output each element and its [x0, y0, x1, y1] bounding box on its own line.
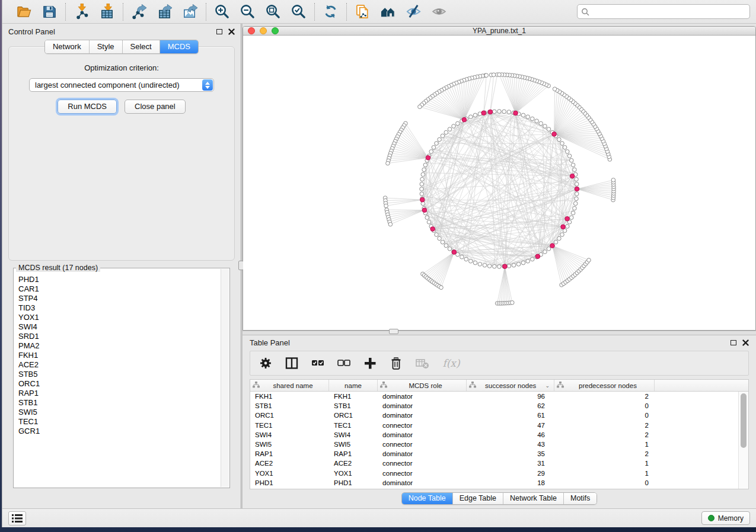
- open-file-icon[interactable]: [15, 3, 33, 20]
- satellite-node[interactable]: [384, 204, 388, 208]
- tab-network-table[interactable]: Network Table: [503, 493, 564, 504]
- tab-motifs[interactable]: Motifs: [564, 493, 596, 504]
- mcds-result-item[interactable]: SRD1: [14, 332, 221, 341]
- mcds-list-scrollbar[interactable]: [221, 269, 229, 487]
- settings-icon[interactable]: [259, 356, 273, 370]
- mcds-node[interactable]: [535, 254, 540, 259]
- ring-node[interactable]: [560, 142, 564, 146]
- satellite-node[interactable]: [418, 105, 422, 109]
- table-row[interactable]: PHD1PHD1dominator180: [250, 478, 738, 488]
- ring-node[interactable]: [571, 163, 575, 167]
- ring-node[interactable]: [531, 117, 535, 121]
- float-panel-icon[interactable]: [216, 29, 222, 34]
- ring-node[interactable]: [427, 220, 431, 225]
- close-panel-button[interactable]: Close panel: [125, 100, 186, 114]
- export-table-icon[interactable]: [156, 3, 173, 20]
- ring-node[interactable]: [570, 159, 574, 163]
- mcds-result-item[interactable]: ORC1: [14, 379, 221, 389]
- table-row[interactable]: FKH1FKH1dominator962: [250, 392, 738, 401]
- zoom-selected-icon[interactable]: [290, 3, 307, 20]
- table-row[interactable]: SWI5SWI5connector431: [250, 440, 738, 449]
- ring-node[interactable]: [526, 259, 530, 264]
- table-row[interactable]: ORC1ORC1dominator610: [250, 411, 738, 420]
- save-icon[interactable]: [41, 3, 58, 20]
- export-image-icon[interactable]: [181, 3, 199, 20]
- mcds-result-item[interactable]: STB5: [14, 370, 221, 379]
- table-scrollbar-thumb[interactable]: [741, 393, 747, 448]
- mcds-node[interactable]: [570, 174, 575, 179]
- ring-node[interactable]: [487, 264, 492, 268]
- ring-node[interactable]: [563, 146, 567, 150]
- ring-node[interactable]: [438, 137, 442, 142]
- column-header-successor-nodes[interactable]: successor nodes⌄: [467, 380, 554, 391]
- ring-node[interactable]: [543, 124, 547, 129]
- ring-node[interactable]: [497, 265, 502, 269]
- satellite-node[interactable]: [439, 286, 444, 290]
- ring-node[interactable]: [521, 261, 525, 265]
- ring-node[interactable]: [422, 168, 426, 172]
- hide-selected-icon[interactable]: [405, 3, 422, 20]
- column-header-shared-name[interactable]: shared name: [250, 380, 329, 391]
- ring-node[interactable]: [566, 225, 570, 229]
- mcds-result-item[interactable]: SWI4: [14, 322, 221, 332]
- show-all-icon[interactable]: [430, 3, 448, 20]
- horizontal-splitter[interactable]: [243, 331, 756, 335]
- mcds-result-item[interactable]: SWI5: [14, 408, 221, 417]
- tab-style[interactable]: Style: [90, 40, 123, 53]
- search-input[interactable]: [592, 8, 746, 16]
- ring-node[interactable]: [473, 261, 477, 265]
- mcds-node[interactable]: [503, 264, 508, 269]
- ring-node[interactable]: [420, 182, 424, 187]
- column-header-name[interactable]: name: [329, 380, 378, 391]
- network-window-titlebar[interactable]: YPA_prune.txt_1: [243, 27, 755, 36]
- mcds-node[interactable]: [420, 197, 425, 202]
- delete-row-icon[interactable]: [389, 356, 403, 370]
- ring-node[interactable]: [441, 134, 445, 138]
- table-row[interactable]: SWI4SWI4dominator462: [250, 430, 738, 440]
- satellite-node[interactable]: [553, 87, 557, 91]
- ring-node[interactable]: [435, 233, 439, 237]
- ring-node[interactable]: [573, 206, 577, 210]
- ring-node[interactable]: [516, 262, 521, 267]
- ring-node[interactable]: [557, 137, 562, 142]
- ring-node[interactable]: [429, 150, 433, 154]
- mcds-node[interactable]: [552, 132, 557, 137]
- refresh-icon[interactable]: [322, 3, 339, 20]
- satellite-node[interactable]: [587, 258, 591, 262]
- ring-node[interactable]: [456, 121, 460, 126]
- ring-node[interactable]: [420, 177, 425, 181]
- mcds-node[interactable]: [513, 111, 518, 116]
- mcds-node[interactable]: [481, 111, 486, 116]
- column-header-MCDS-role[interactable]: MCDS role: [378, 380, 467, 391]
- ring-node[interactable]: [460, 255, 464, 259]
- vertical-splitter[interactable]: [241, 24, 243, 508]
- mcds-result-list[interactable]: PHD1CAR1STP4TID3YOX1SWI4SRD1PMA2FKH1ACE2…: [14, 269, 221, 487]
- ring-node[interactable]: [573, 201, 578, 206]
- mcds-node[interactable]: [550, 243, 555, 248]
- ring-node[interactable]: [502, 110, 506, 114]
- ring-node[interactable]: [473, 113, 477, 117]
- network-canvas[interactable]: [243, 36, 755, 330]
- satellite-node[interactable]: [511, 301, 515, 305]
- ring-node[interactable]: [573, 168, 577, 172]
- network-graph[interactable]: [243, 36, 756, 328]
- ring-node[interactable]: [526, 115, 530, 119]
- mcds-result-item[interactable]: TEC1: [14, 417, 221, 427]
- export-network-icon[interactable]: [130, 3, 148, 20]
- table-row[interactable]: TEC1TEC1connector472: [250, 421, 738, 430]
- ring-node[interactable]: [557, 236, 562, 241]
- close-table-panel-icon[interactable]: [742, 339, 749, 346]
- ring-node[interactable]: [432, 146, 436, 150]
- mcds-node[interactable]: [430, 227, 435, 232]
- ring-node[interactable]: [531, 257, 535, 261]
- ring-node[interactable]: [441, 240, 445, 244]
- tab-edge-table[interactable]: Edge Table: [453, 493, 503, 504]
- ring-node[interactable]: [571, 211, 575, 215]
- first-neighbors-icon[interactable]: [379, 3, 397, 20]
- mcds-node[interactable]: [426, 156, 430, 161]
- table-row[interactable]: STB1STB1dominator620: [250, 401, 738, 411]
- tab-mcds[interactable]: MCDS: [160, 40, 198, 53]
- mcds-result-item[interactable]: RAP1: [14, 389, 221, 398]
- ring-node[interactable]: [448, 127, 452, 132]
- optimization-dropdown[interactable]: largest connected component (undirected): [29, 78, 214, 92]
